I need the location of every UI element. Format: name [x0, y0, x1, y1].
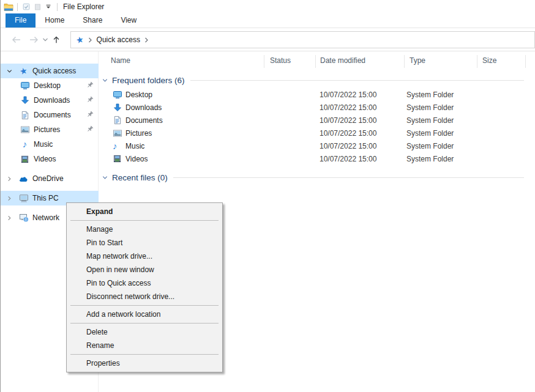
column-separator[interactable]	[525, 55, 526, 68]
sidebar-item-quick-access[interactable]: ★ Quick access	[1, 64, 99, 78]
music-icon: ♪	[20, 139, 30, 149]
menu-item-expand[interactable]: Expand	[67, 205, 222, 218]
group-header-frequent-folders[interactable]: Frequent folders (6)	[99, 74, 535, 86]
pin-icon[interactable]	[86, 81, 94, 89]
file-name: Pictures	[125, 129, 152, 138]
sidebar-item-label: Documents	[34, 111, 71, 119]
pictures-icon	[113, 128, 122, 138]
pictures-icon	[20, 125, 30, 135]
menu-item-add-a-network-location[interactable]: Add a network location	[67, 308, 222, 321]
column-separator[interactable]	[404, 55, 405, 68]
separator	[17, 3, 18, 11]
tab-share[interactable]: Share	[73, 13, 111, 28]
file-type: System Folder	[406, 155, 454, 163]
pin-icon[interactable]	[86, 95, 94, 104]
up-arrow-icon[interactable]	[50, 33, 63, 46]
file-name: Documents	[125, 116, 163, 125]
file-name: Desktop	[125, 91, 152, 99]
file-explorer-window: File Explorer File Home Share View	[0, 0, 535, 392]
downloads-icon	[20, 95, 30, 105]
tab-home[interactable]: Home	[36, 13, 73, 28]
documents-icon	[20, 111, 30, 120]
sidebar-item-videos[interactable]: Videos	[1, 152, 99, 166]
chevron-right-icon[interactable]	[5, 176, 13, 182]
group-header-recent-files[interactable]: Recent files (0)	[99, 171, 535, 183]
column-header-type[interactable]: Type	[410, 56, 425, 65]
sidebar-item-onedrive[interactable]: OneDrive	[1, 171, 99, 186]
column-header-name[interactable]: Name	[111, 56, 130, 65]
back-arrow-icon[interactable]	[9, 33, 23, 46]
sidebar-item-pictures[interactable]: Pictures	[1, 122, 99, 137]
ribbon-tabs: File Home Share View	[1, 13, 535, 28]
menu-item-pin-to-start[interactable]: Pin to Start	[67, 236, 222, 250]
customize-qat-chevron-icon[interactable]	[43, 1, 54, 12]
file-row-desktop[interactable]: Desktop 10/07/2022 15:00 System Folder	[99, 89, 535, 102]
pin-icon[interactable]	[86, 110, 94, 119]
file-row-videos[interactable]: Videos 10/07/2022 15:00 System Folder	[99, 153, 535, 166]
file-row-downloads[interactable]: Downloads 10/07/2022 15:00 System Folder	[99, 102, 535, 114]
file-date-modified: 10/07/2022 15:00	[320, 142, 376, 150]
sidebar-item-desktop[interactable]: Desktop	[1, 78, 99, 93]
blank-sheet-icon[interactable]	[32, 1, 43, 12]
menu-item-properties[interactable]: Properties	[67, 357, 222, 370]
column-header-size[interactable]: Size	[482, 56, 496, 65]
pin-icon[interactable]	[86, 125, 94, 133]
column-header-status[interactable]: Status	[270, 56, 291, 65]
menu-separator	[70, 220, 219, 221]
network-icon	[18, 213, 29, 223]
file-type: System Folder	[406, 91, 454, 99]
breadcrumb-chevron-icon[interactable]	[88, 37, 92, 43]
properties-check-icon[interactable]	[21, 1, 32, 12]
sidebar-item-label: Pictures	[34, 125, 60, 134]
quick-access-star-icon: ★	[18, 66, 29, 76]
column-headers: Name Status Date modified Type Size	[99, 54, 535, 68]
videos-icon	[20, 155, 30, 164]
file-date-modified: 10/07/2022 15:00	[320, 103, 376, 112]
menu-item-pin-to-quick-access[interactable]: Pin to Quick access	[67, 276, 222, 290]
chevron-right-icon[interactable]	[5, 215, 13, 221]
menu-separator	[70, 354, 219, 355]
file-name: Music	[125, 142, 144, 150]
menu-item-open-in-new-window[interactable]: Open in new window	[67, 263, 222, 276]
chevron-down-icon[interactable]	[102, 174, 109, 181]
sidebar-item-documents[interactable]: Documents	[1, 108, 99, 122]
menu-item-disconnect-network-drive[interactable]: Disconnect network drive...	[67, 290, 222, 303]
column-header-date-modified[interactable]: Date modified	[320, 56, 365, 65]
file-type: System Folder	[406, 129, 454, 138]
breadcrumb-segment[interactable]: Quick access	[97, 35, 140, 44]
sidebar-item-label: Network	[32, 213, 59, 222]
videos-icon	[113, 154, 122, 164]
group-divider	[173, 177, 524, 178]
file-type: System Folder	[406, 142, 454, 150]
sidebar-item-label: OneDrive	[32, 174, 64, 183]
menu-item-map-network-drive[interactable]: Map network drive...	[67, 250, 222, 263]
column-separator[interactable]	[315, 55, 316, 68]
explorer-folder-icon	[3, 1, 14, 12]
chevron-down-icon[interactable]	[102, 77, 109, 84]
file-type: System Folder	[406, 116, 454, 125]
recent-locations-chevron-icon[interactable]	[41, 33, 50, 46]
file-row-music[interactable]: ♪ Music 10/07/2022 15:00 System Folder	[99, 140, 535, 153]
forward-arrow-icon[interactable]	[28, 33, 41, 46]
this-pc-icon	[18, 193, 29, 203]
menu-item-manage[interactable]: Manage	[67, 223, 222, 236]
tab-view[interactable]: View	[111, 13, 146, 28]
file-row-pictures[interactable]: Pictures 10/07/2022 15:00 System Folder	[99, 127, 535, 140]
file-row-documents[interactable]: Documents 10/07/2022 15:00 System Folder	[99, 114, 535, 127]
address-bar[interactable]: ★ Quick access	[70, 31, 535, 48]
sidebar-item-downloads[interactable]: Downloads	[1, 93, 99, 108]
menu-item-rename[interactable]: Rename	[67, 339, 222, 352]
sidebar-item-label: Music	[34, 140, 53, 149]
breadcrumb-chevron-icon[interactable]	[144, 37, 149, 43]
desktop-icon	[20, 81, 30, 91]
chevron-down-icon[interactable]	[5, 68, 13, 75]
chevron-right-icon[interactable]	[5, 195, 13, 202]
menu-item-delete[interactable]: Delete	[67, 325, 222, 339]
column-separator[interactable]	[264, 55, 264, 68]
downloads-icon	[113, 103, 122, 113]
sidebar-item-label: Desktop	[34, 81, 61, 90]
tab-file[interactable]: File	[6, 13, 36, 28]
quick-access-star-icon: ★	[75, 34, 84, 45]
sidebar-item-music[interactable]: ♪ Music	[1, 137, 99, 152]
column-separator[interactable]	[477, 55, 477, 68]
